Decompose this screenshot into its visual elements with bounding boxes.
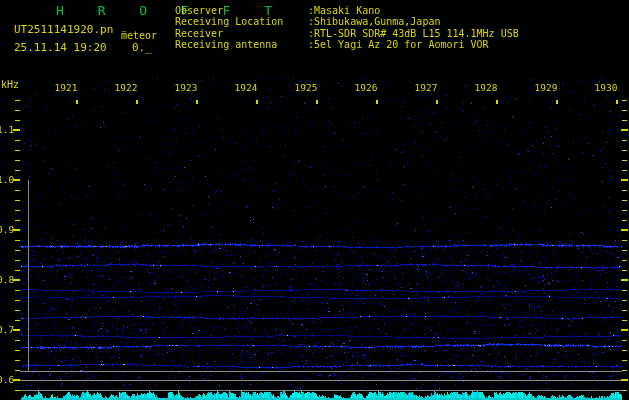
x-axis-tick-labels: 1921192219231924192519261927192819291930 <box>0 83 629 95</box>
header-info-block: Observer:Masaki KanoReceiving Location:S… <box>0 0 629 60</box>
y-tick-label-1.0: 1.0 <box>0 175 14 185</box>
x-tick-label-1921: 1921 <box>55 83 78 93</box>
field-label-receiver: Receiver <box>175 29 223 39</box>
hrofft-window: H R O F F T UT2511141920.pn m̈eteor 25.1… <box>0 0 629 400</box>
x-tick-label-1922: 1922 <box>115 83 138 93</box>
y-tick-label-1.1: 1.1 <box>0 125 14 135</box>
x-tick-label-1928: 1928 <box>475 83 498 93</box>
field-value-receiver: :RTL-SDR SDR# 43dB L15 114.1MHz USB <box>308 29 519 39</box>
field-value-receiving-antenna: :5el Yagi Az 20 for Aomori VOR <box>308 40 489 50</box>
x-tick-label-1927: 1927 <box>415 83 438 93</box>
x-tick-label-1925: 1925 <box>295 83 318 93</box>
y-tick-label-0.7: 0.7 <box>0 325 14 335</box>
y-tick-label-0.6: 0.6 <box>0 375 14 385</box>
y-axis-tick-labels: 1.11.00.90.80.70.6 <box>0 0 20 400</box>
y-tick-label-0.9: 0.9 <box>0 225 14 235</box>
x-tick-label-1923: 1923 <box>175 83 198 93</box>
y-tick-label-0.8: 0.8 <box>0 275 14 285</box>
x-tick-label-1926: 1926 <box>355 83 378 93</box>
field-label-observer: Observer <box>175 6 223 16</box>
field-label-receiving-antenna: Receiving antenna <box>175 40 277 50</box>
field-label-receiving-location: Receiving Location <box>175 17 283 27</box>
field-value-observer: :Masaki Kano <box>308 6 380 16</box>
x-tick-label-1929: 1929 <box>535 83 558 93</box>
field-value-receiving-location: :Shibukawa,Gunma,Japan <box>308 17 440 27</box>
spectrogram-canvas <box>0 0 629 400</box>
x-tick-label-1924: 1924 <box>235 83 258 93</box>
x-tick-label-1930: 1930 <box>595 83 618 93</box>
